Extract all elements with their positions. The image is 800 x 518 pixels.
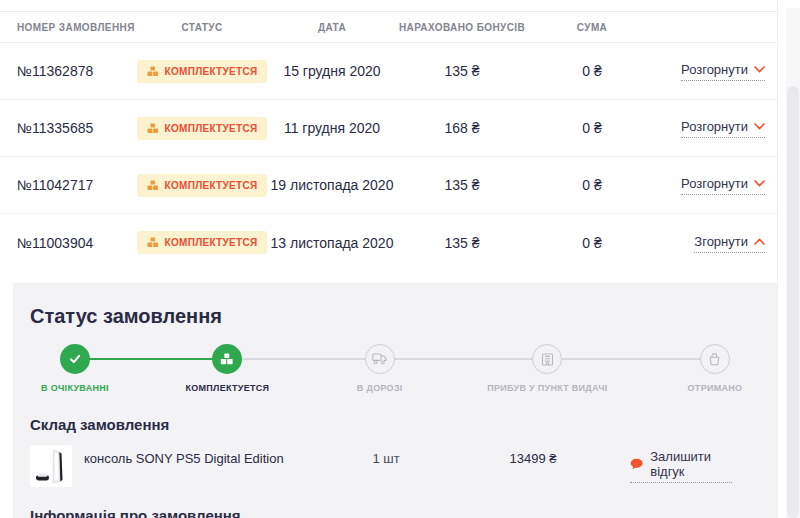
order-bonus: 135 ₴ — [397, 177, 527, 193]
collapse-order-link[interactable]: Згорнути — [694, 234, 765, 253]
order-info-title: Інформація про замовлення — [30, 507, 760, 518]
collapse-order-label: Згорнути — [694, 234, 748, 249]
column-header-sum: СУМА — [527, 22, 657, 33]
status-badge: КОМПЛЕКТУЕТСЯ — [137, 60, 268, 83]
chevron-down-icon — [754, 123, 765, 130]
chevron-up-icon — [754, 238, 765, 245]
order-sum: 0 ₴ — [527, 120, 657, 136]
product-image — [30, 445, 72, 487]
product-price: 13499 ₴ — [448, 445, 618, 466]
order-bonus: 135 ₴ — [397, 235, 527, 251]
expand-order-label: Розгорнути — [681, 119, 748, 134]
step-in-transit: В ДОРОЗІ — [335, 344, 425, 393]
order-row: №11362878 КОМПЛЕКТУЕТСЯ 15 грудня 2020 1… — [0, 43, 777, 100]
orders-page: НОМЕР ЗАМОВЛЕННЯ СТАТУС ДАТА НАРАХОВАНО … — [0, 11, 777, 518]
step-arrived-pickup: ПРИБУВ У ПУНКТ ВИДАЧІ — [487, 344, 607, 393]
received-icon — [708, 353, 721, 366]
expand-order-label: Розгорнути — [681, 176, 748, 191]
step-label: КОМПЛЕКТУЕТСЯ — [185, 383, 269, 393]
status-badge: КОМПЛЕКТУЕТСЯ — [137, 117, 268, 140]
product-quantity: 1 шт — [336, 445, 436, 466]
order-sum: 0 ₴ — [527, 177, 657, 193]
boxes-icon — [147, 66, 159, 77]
pickup-point-icon — [541, 353, 554, 366]
order-sum: 0 ₴ — [527, 235, 657, 251]
order-row: №11335685 КОМПЛЕКТУЕТСЯ 11 грудня 2020 1… — [0, 100, 777, 157]
step-awaiting: В ОЧІКУВАННІ — [30, 344, 120, 393]
step-received: ОТРИМАНО — [670, 344, 760, 393]
leave-feedback-label: Залишити відгук — [650, 449, 732, 479]
order-date: 19 листопада 2020 — [267, 177, 397, 193]
leave-feedback-link[interactable]: Залишити відгук — [630, 449, 732, 483]
order-number: №11003904 — [17, 235, 137, 251]
order-number: №11362878 — [17, 63, 137, 79]
boxes-icon — [147, 123, 159, 134]
order-bonus: 135 ₴ — [397, 63, 527, 79]
order-status-title: Статус замовлення — [30, 305, 760, 328]
status-badge: КОМПЛЕКТУЕТСЯ — [137, 174, 268, 197]
expand-order-link[interactable]: Розгорнути — [681, 119, 765, 138]
order-details-panel: Статус замовлення В ОЧІКУВАННІ КОМПЛЕКТУ… — [13, 283, 777, 518]
column-header-status: СТАТУС — [137, 22, 267, 33]
truck-icon — [372, 353, 387, 365]
order-sum: 0 ₴ — [527, 63, 657, 79]
check-icon — [68, 352, 82, 366]
order-number: №11335685 — [17, 120, 137, 136]
status-badge-label: КОМПЛЕКТУЕТСЯ — [165, 66, 258, 77]
status-badge-label: КОМПЛЕКТУЕТСЯ — [165, 237, 258, 248]
scrollbar-track — [786, 8, 800, 518]
order-date: 15 грудня 2020 — [267, 63, 397, 79]
step-label: ПРИБУВ У ПУНКТ ВИДАЧІ — [487, 383, 607, 393]
order-date: 13 листопада 2020 — [267, 235, 397, 251]
right-gutter — [777, 0, 800, 518]
column-header-date: ДАТА — [267, 22, 397, 33]
chevron-down-icon — [754, 180, 765, 187]
status-badge-label: КОМПЛЕКТУЕТСЯ — [165, 180, 258, 191]
boxes-icon — [147, 180, 159, 191]
order-progress-stepper: В ОЧІКУВАННІ КОМПЛЕКТУЕТСЯ В ДОРОЗІ — [30, 344, 760, 400]
order-items-title: Склад замовлення — [30, 416, 760, 433]
step-label: В ОЧІКУВАННІ — [41, 383, 109, 393]
chevron-down-icon — [754, 66, 765, 73]
comment-icon — [630, 457, 643, 471]
status-badge-label: КОМПЛЕКТУЕТСЯ — [165, 123, 258, 134]
package-icon — [220, 353, 234, 366]
boxes-icon — [147, 237, 159, 248]
product-title: консоль SONY PS5 Digital Edition — [84, 445, 324, 466]
column-header-number: НОМЕР ЗАМОВЛЕННЯ — [17, 22, 137, 33]
table-header: НОМЕР ЗАМОВЛЕННЯ СТАТУС ДАТА НАРАХОВАНО … — [0, 12, 777, 43]
scrollbar-thumb[interactable] — [787, 86, 799, 518]
step-label: В ДОРОЗІ — [357, 383, 403, 393]
orders-table: НОМЕР ЗАМОВЛЕННЯ СТАТУС ДАТА НАРАХОВАНО … — [0, 11, 777, 271]
expand-order-link[interactable]: Розгорнути — [681, 62, 765, 81]
step-label: ОТРИМАНО — [688, 383, 743, 393]
expand-order-link[interactable]: Розгорнути — [681, 176, 765, 195]
order-row: №11042717 КОМПЛЕКТУЕТСЯ 19 листопада 202… — [0, 157, 777, 214]
order-date: 11 грудня 2020 — [267, 120, 397, 136]
order-item-row: консоль SONY PS5 Digital Edition 1 шт 13… — [30, 445, 760, 487]
order-row: №11003904 КОМПЛЕКТУЕТСЯ 13 листопада 202… — [0, 214, 777, 271]
order-bonus: 168 ₴ — [397, 120, 527, 136]
step-assembling: КОМПЛЕКТУЕТСЯ — [182, 344, 272, 393]
expand-order-label: Розгорнути — [681, 62, 748, 77]
order-number: №11042717 — [17, 177, 137, 193]
status-badge: КОМПЛЕКТУЕТСЯ — [137, 231, 268, 254]
ps5-console-image — [30, 445, 72, 487]
column-header-bonus: НАРАХОВАНО БОНУСІВ — [397, 22, 527, 33]
